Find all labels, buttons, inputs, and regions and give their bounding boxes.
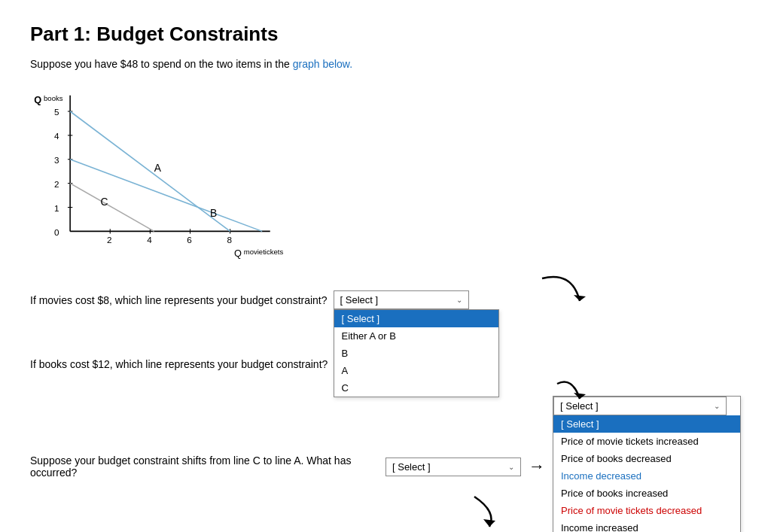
svg-text:1: 1 xyxy=(54,203,59,213)
q3-right-opt-select[interactable]: [ Select ] xyxy=(553,415,740,433)
q1-opt-b[interactable]: B xyxy=(334,345,498,362)
budget-graph: 0 1 2 3 4 5 2 4 6 8 Q books Q m xyxy=(30,85,286,266)
q1-opt-select[interactable]: [ Select ] xyxy=(334,310,498,327)
q3-arrow-right-icon: → xyxy=(529,457,545,476)
q1-chevron-icon: ⌄ xyxy=(456,296,462,304)
svg-text:2: 2 xyxy=(54,179,59,189)
svg-text:0: 0 xyxy=(54,227,59,237)
svg-line-25 xyxy=(70,111,230,231)
svg-text:5: 5 xyxy=(54,107,59,117)
q3-right-opt-4[interactable]: Price of books increased xyxy=(553,485,740,502)
q1-select-container: [ Select ] ⌄ [ Select ] Either A or B B … xyxy=(334,290,469,309)
svg-text:books: books xyxy=(44,94,63,102)
svg-text:4: 4 xyxy=(147,235,152,245)
q1-select-value: [ Select ] xyxy=(340,294,379,306)
q3-right-dropdown: [ Select ] ⌄ [ Select ] Price of movie t… xyxy=(553,396,741,532)
q1-dropdown: [ Select ] Either A or B B A C xyxy=(334,309,499,397)
q3-select-trigger[interactable]: [ Select ] ⌄ xyxy=(386,458,521,476)
svg-text:8: 8 xyxy=(227,235,232,245)
svg-text:Q: Q xyxy=(34,94,41,105)
q3-right-value: [ Select ] xyxy=(560,400,599,412)
q1-opt-c[interactable]: C xyxy=(334,379,498,397)
q3-text: Suppose your budget constraint shifts fr… xyxy=(30,454,378,479)
page-title: Part 1: Budget Constraints xyxy=(30,23,741,46)
svg-text:4: 4 xyxy=(54,131,59,141)
q3-right-opt-5[interactable]: Price of movie tickets decreased xyxy=(553,502,740,519)
svg-text:Q: Q xyxy=(234,248,242,259)
q3-select-container: [ Select ] ⌄ xyxy=(386,458,521,476)
q1-row: If movies cost $8, which line represents… xyxy=(30,290,741,309)
q3-right-opt-1[interactable]: Price of movie tickets increased xyxy=(553,433,740,450)
page-wrap: Part 1: Budget Constraints Suppose you h… xyxy=(30,23,741,532)
q3-right-trigger[interactable]: [ Select ] ⌄ xyxy=(553,397,727,415)
q3-right-chevron-icon: ⌄ xyxy=(714,402,720,410)
graph-box: 0 1 2 3 4 5 2 4 6 8 Q books Q m xyxy=(30,85,741,268)
svg-line-26 xyxy=(70,160,262,232)
q2-text: If books cost $12, which line represents… xyxy=(30,358,328,370)
q3-row: Suppose your budget constraint shifts fr… xyxy=(30,396,741,532)
svg-text:3: 3 xyxy=(54,155,59,165)
svg-text:C: C xyxy=(101,196,108,208)
q1-opt-either[interactable]: Either A or B xyxy=(334,327,498,345)
q1-text: If movies cost $8, which line represents… xyxy=(30,294,328,306)
q1-opt-a[interactable]: A xyxy=(334,362,498,379)
q3-right-opt-6[interactable]: Income increased xyxy=(553,519,740,532)
q3-select-value: [ Select ] xyxy=(392,461,431,473)
q3-chevron-icon: ⌄ xyxy=(508,463,514,471)
svg-text:movietickets: movietickets xyxy=(244,248,284,256)
q3-right-opt-3[interactable]: Income decreased xyxy=(553,467,740,485)
svg-text:6: 6 xyxy=(187,235,192,245)
svg-text:2: 2 xyxy=(107,235,112,245)
svg-text:B: B xyxy=(210,207,217,219)
intro-text: Suppose you have $48 to spend on the two… xyxy=(30,58,741,70)
svg-line-27 xyxy=(70,184,154,232)
q1-select-trigger[interactable]: [ Select ] ⌄ xyxy=(334,290,469,309)
q3-right-opt-2[interactable]: Price of books decreased xyxy=(553,450,740,467)
svg-text:A: A xyxy=(154,162,162,174)
